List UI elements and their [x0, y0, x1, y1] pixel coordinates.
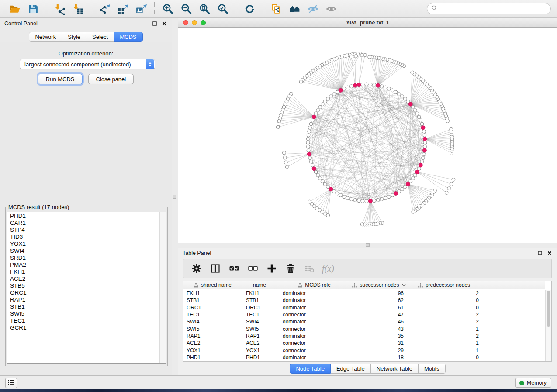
table-cell[interactable]: 47: [351, 312, 407, 318]
table-cell[interactable]: 2: [407, 290, 481, 296]
tab-style[interactable]: Style: [62, 32, 86, 42]
table-row[interactable]: ORC1ORC1dominator610: [183, 304, 545, 311]
table-cell[interactable]: FKH1: [242, 290, 277, 296]
settings-icon[interactable]: [190, 262, 203, 275]
table-cell[interactable]: 2: [407, 333, 481, 339]
table-cell[interactable]: ACE2: [242, 340, 277, 346]
import-table-icon[interactable]: [70, 2, 85, 16]
mcds-node-item[interactable]: PMA2: [7, 261, 159, 268]
tab-edge-table[interactable]: Edge Table: [331, 364, 371, 374]
tab-node-table[interactable]: Node Table: [290, 364, 331, 374]
table-cell[interactable]: connector: [277, 312, 351, 318]
tab-network-table[interactable]: Network Table: [371, 364, 419, 374]
search-input[interactable]: [440, 4, 547, 13]
show-all-icon[interactable]: [324, 2, 339, 16]
table-row[interactable]: TEC1TEC1connector472: [183, 311, 545, 318]
horizontal-splitter[interactable]: [178, 243, 557, 248]
scrollbar-thumb[interactable]: [547, 291, 550, 327]
splitter-grip[interactable]: [366, 243, 370, 247]
table-cell[interactable]: TEC1: [183, 312, 242, 318]
column-header-mcds-role[interactable]: MCDS role: [277, 281, 351, 289]
table-cell[interactable]: 61: [351, 305, 407, 311]
table-cell[interactable]: 2: [407, 319, 481, 325]
export-network-icon[interactable]: [97, 2, 112, 16]
network-canvas[interactable]: [178, 28, 557, 243]
table-cell[interactable]: FKH1: [183, 290, 242, 296]
table-cell[interactable]: 0: [407, 297, 481, 303]
table-cell[interactable]: TEC1: [242, 312, 277, 318]
vertical-splitter[interactable]: [172, 18, 178, 375]
table-row[interactable]: FKH1FKH1dominator962: [183, 290, 545, 297]
column-header-predecessor-nodes[interactable]: predecessor nodes: [407, 281, 481, 289]
table-cell[interactable]: dominator: [277, 354, 351, 361]
import-network-icon[interactable]: [52, 2, 67, 16]
memory-button[interactable]: Memory: [515, 378, 551, 388]
zoom-selected-icon[interactable]: [215, 2, 230, 16]
table-cell[interactable]: 29: [351, 347, 407, 354]
delete-column-icon[interactable]: [284, 262, 297, 275]
table-cell[interactable]: RAP1: [242, 333, 277, 339]
column-header-name[interactable]: name: [242, 281, 277, 289]
tab-mcds[interactable]: MCDS: [114, 32, 142, 42]
first-neighbors-icon[interactable]: [287, 2, 302, 16]
mcds-node-item[interactable]: SWI5: [7, 310, 159, 317]
table-cell[interactable]: PHD1: [242, 354, 277, 361]
refresh-layout-icon[interactable]: [242, 2, 257, 16]
table-row[interactable]: YOX1YOX1connector291: [183, 347, 545, 354]
select-all-icon[interactable]: [228, 262, 241, 275]
table-cell[interactable]: ACE2: [183, 340, 242, 346]
table-cell[interactable]: STB1: [242, 297, 277, 303]
mcds-node-item[interactable]: GCR1: [7, 324, 159, 331]
mcds-node-item[interactable]: ORC1: [7, 289, 159, 296]
table-cell[interactable]: 31: [351, 340, 407, 346]
table-cell[interactable]: 35: [351, 333, 407, 339]
hide-selected-icon[interactable]: [305, 2, 320, 16]
column-header-shared-name[interactable]: shared name: [183, 281, 242, 289]
table-cell[interactable]: SWI4: [242, 319, 277, 325]
table-cell[interactable]: 43: [351, 326, 407, 332]
panel-list-button[interactable]: [5, 378, 17, 388]
table-cell[interactable]: 0: [407, 354, 481, 361]
table-cell[interactable]: PHD1: [183, 354, 242, 361]
close-panel-icon[interactable]: [547, 250, 553, 256]
table-cell[interactable]: connector: [277, 326, 351, 332]
mcds-node-item[interactable]: FKH1: [7, 268, 159, 275]
table-row[interactable]: STB1STB1dominator620: [183, 297, 545, 304]
mcds-list-scrollbar[interactable]: [159, 212, 166, 363]
mcds-node-item[interactable]: CAR1: [7, 220, 159, 227]
close-panel-icon[interactable]: [161, 21, 167, 27]
open-file-icon[interactable]: [7, 2, 22, 16]
mcds-node-item[interactable]: SWI4: [7, 248, 159, 254]
table-cell[interactable]: dominator: [277, 297, 351, 303]
zoom-fit-icon[interactable]: [197, 2, 212, 16]
split-panel-icon[interactable]: [209, 262, 222, 275]
deselect-all-icon[interactable]: [246, 262, 259, 275]
close-panel-button[interactable]: Close panel: [88, 74, 134, 84]
mcds-node-item[interactable]: TEC1: [7, 317, 159, 324]
table-cell[interactable]: ORC1: [242, 305, 277, 311]
mcds-node-item[interactable]: TID3: [7, 234, 159, 241]
table-cell[interactable]: dominator: [277, 290, 351, 296]
table-cell[interactable]: dominator: [277, 305, 351, 311]
mcds-node-item[interactable]: YOX1: [7, 241, 159, 248]
export-table-icon[interactable]: [115, 2, 130, 16]
table-cell[interactable]: SWI5: [242, 326, 277, 332]
table-row[interactable]: RAP1RAP1dominator352: [183, 333, 545, 340]
table-cell[interactable]: STB1: [183, 297, 242, 303]
float-panel-icon[interactable]: [537, 250, 543, 256]
add-column-icon[interactable]: [265, 262, 278, 275]
table-cell[interactable]: connector: [277, 340, 351, 346]
table-row[interactable]: SWI5SWI5connector431: [183, 325, 545, 332]
table-row[interactable]: PHD1PHD1dominator180: [183, 354, 545, 361]
run-mcds-button[interactable]: Run MCDS: [38, 74, 83, 84]
mcds-node-item[interactable]: PHD1: [7, 213, 159, 220]
table-cell[interactable]: RAP1: [183, 333, 242, 339]
table-cell[interactable]: 18: [351, 354, 407, 361]
table-cell[interactable]: connector: [277, 347, 351, 354]
table-cell[interactable]: SWI4: [183, 319, 242, 325]
mcds-node-item[interactable]: ACE2: [7, 275, 159, 282]
save-session-icon[interactable]: [25, 2, 40, 16]
table-cell[interactable]: dominator: [277, 319, 351, 325]
column-header-successor-nodes[interactable]: successor nodes: [351, 281, 407, 289]
tab-network[interactable]: Network: [29, 32, 62, 42]
